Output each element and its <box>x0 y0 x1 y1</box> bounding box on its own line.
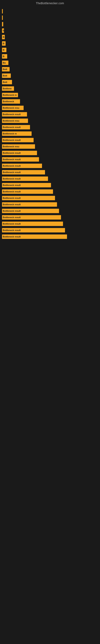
bar-row: Bottleneck <box>2 98 100 104</box>
bar-item: Bottleneck result <box>2 157 39 162</box>
bar-row: Bottleneck result <box>2 228 100 233</box>
bar-row: Bottleneck result <box>2 124 100 130</box>
bars-container: BBBBBBoBottBottBottBottleneBottleneck re… <box>0 6 100 242</box>
bar-row: Bottleneck result <box>2 221 100 226</box>
bar-row: Bottleneck resu <box>2 105 100 111</box>
bar-item: Bottleneck <box>2 99 20 104</box>
bar-item: Bottleneck result <box>2 138 34 142</box>
bar-item: B <box>2 28 4 33</box>
bar-item: B <box>2 41 6 46</box>
bar-row: Bottleneck result <box>2 214 100 220</box>
bar-item: Bottleneck result <box>2 228 65 232</box>
bar-item <box>2 9 3 14</box>
bar-row: Bottlene <box>2 86 100 91</box>
bar-item: Bottleneck result <box>2 222 63 226</box>
bar-item <box>2 22 3 26</box>
bar-item: Bottleneck result <box>2 196 55 200</box>
bar-row: Bottleneck resu <box>2 118 100 124</box>
bar-row: Bottleneck result <box>2 112 100 117</box>
bar-item: Bottleneck result <box>2 125 30 130</box>
bar-row <box>2 21 100 27</box>
bar-item: Bottleneck result <box>2 112 27 116</box>
bar-item <box>2 16 3 20</box>
bar-row: Bott <box>2 66 100 72</box>
bar-row <box>2 15 100 20</box>
bar-item: Bottleneck result <box>2 202 57 207</box>
bar-item: B <box>2 54 7 58</box>
bar-row: Bottleneck result <box>2 163 100 169</box>
bar-row <box>2 8 100 14</box>
bar-item: Bott <box>2 74 11 78</box>
bar-item: Bottleneck resu <box>2 144 35 149</box>
bar-item: Bo <box>2 60 8 65</box>
bar-row: Bott <box>2 79 100 85</box>
bar-row: Bottleneck result <box>2 202 100 207</box>
bar-row: Bottleneck resu <box>2 144 100 149</box>
bar-row: Bottleneck result <box>2 150 100 156</box>
bar-row: Bottleneck result <box>2 182 100 188</box>
bar-row: Bottleneck result <box>2 176 100 182</box>
bar-row: Bottleneck result <box>2 195 100 201</box>
site-title: TheBottlenecker.com <box>0 0 100 6</box>
bar-item: B <box>2 48 6 52</box>
bar-row: Bo <box>2 60 100 66</box>
bar-item: Bottleneck result <box>2 164 42 168</box>
bar-item: Bottleneck result <box>2 209 59 213</box>
bar-row: B <box>2 54 100 59</box>
bar-item: Bott <box>2 67 10 72</box>
bar-item: Bottleneck result <box>2 234 67 239</box>
bar-row: Bottleneck result <box>2 189 100 194</box>
bar-item: Bottleneck resu <box>2 118 28 123</box>
bar-row: Bottleneck result <box>2 137 100 143</box>
bar-item: Bottleneck re <box>2 93 18 97</box>
bar-item: Bottlene <box>2 86 14 91</box>
bar-row: Bottleneck result <box>2 234 100 240</box>
bar-row: B <box>2 28 100 34</box>
bar-row: Bottleneck result <box>2 156 100 162</box>
bar-item: Bottleneck result <box>2 215 61 220</box>
bar-row: B <box>2 47 100 53</box>
bar-item: Bottleneck result <box>2 170 45 174</box>
bar-item: Bottleneck result <box>2 151 37 155</box>
bar-item: Bott <box>2 80 12 84</box>
bar-row: B <box>2 41 100 46</box>
bar-item: Bottleneck resu <box>2 106 24 110</box>
bar-row: Bottleneck result <box>2 208 100 214</box>
bar-item: Bottleneck result <box>2 176 48 181</box>
bar-row: Bottleneck result <box>2 170 100 175</box>
bar-row: B <box>2 34 100 40</box>
bar-row: Bott <box>2 73 100 78</box>
bar-row: Bottleneck re <box>2 92 100 98</box>
bar-item: B <box>2 35 5 39</box>
bar-item: Bottleneck result <box>2 183 51 187</box>
bar-item: Bottleneck result <box>2 190 53 194</box>
bar-row: Bottleneck re <box>2 131 100 136</box>
bar-item: Bottleneck re <box>2 132 32 136</box>
